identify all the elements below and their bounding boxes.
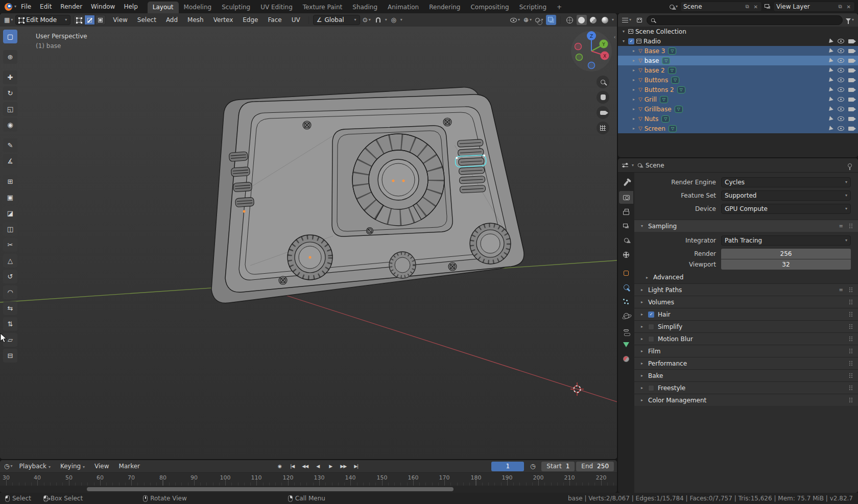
row-object-base3[interactable]: ▸ ▽ Base 3 ▽ bbox=[618, 46, 858, 56]
section-simplify[interactable]: ▸ Simplify bbox=[634, 320, 858, 332]
workspace-tab-animation[interactable]: Animation bbox=[383, 2, 424, 13]
visibility-toggle-icon[interactable] bbox=[838, 58, 844, 63]
proportional-edit-button[interactable]: ◎ bbox=[389, 15, 399, 25]
tab-view-layer[interactable] bbox=[619, 220, 633, 232]
menu-keying[interactable]: Keying ▾ bbox=[56, 461, 89, 471]
tab-constraints[interactable] bbox=[619, 324, 633, 337]
tab-modifiers[interactable] bbox=[619, 281, 633, 294]
edge-select-button[interactable] bbox=[84, 15, 95, 25]
tab-physics[interactable] bbox=[619, 309, 633, 322]
drag-handle-icon[interactable] bbox=[849, 361, 853, 366]
expand-icon[interactable]: ▾ bbox=[621, 29, 626, 34]
menu-playback[interactable]: Playback ▾ bbox=[15, 461, 55, 471]
tool-rip-region[interactable]: ⊟ bbox=[3, 349, 17, 363]
tool-spin[interactable]: ↺ bbox=[3, 270, 17, 283]
previous-keyframe-button[interactable]: ◀◀ bbox=[299, 462, 311, 471]
tool-cursor[interactable]: ⊕ bbox=[3, 50, 17, 64]
preview-range-button[interactable]: ◷ bbox=[528, 461, 538, 471]
render-toggle-icon[interactable] bbox=[848, 68, 854, 73]
menu-view[interactable]: View bbox=[109, 15, 131, 25]
selectable-toggle-icon[interactable] bbox=[829, 77, 834, 82]
row-object-nuts[interactable]: ▸ ▽ Nuts ▽ bbox=[618, 114, 858, 124]
menu-timeline-view[interactable]: View bbox=[90, 461, 113, 471]
hair-checkbox[interactable]: ✓ bbox=[648, 311, 654, 318]
visibility-toggle-icon[interactable] bbox=[838, 97, 844, 102]
section-film[interactable]: ▸ Film bbox=[634, 345, 858, 357]
row-object-base2[interactable]: ▸ ▽ base 2 ▽ bbox=[618, 65, 858, 75]
tab-world[interactable] bbox=[619, 248, 633, 261]
new-view-layer-button[interactable]: ⧉ bbox=[837, 4, 843, 10]
freestyle-checkbox[interactable] bbox=[648, 385, 654, 391]
view-layer-switch-icon[interactable] bbox=[765, 4, 769, 8]
expand-icon[interactable]: ▸ bbox=[631, 49, 636, 53]
visibility-toggle-icon[interactable] bbox=[838, 78, 844, 82]
expand-icon[interactable]: ▸ bbox=[631, 116, 636, 121]
editor-type-button[interactable]: ▦ ▾ bbox=[3, 15, 14, 25]
row-object-base[interactable]: ▸ ▽ base ▽ bbox=[618, 56, 858, 65]
section-hair[interactable]: ▸ ✓ Hair bbox=[634, 308, 858, 320]
row-collection-radio[interactable]: ▾ ✓ Radio bbox=[618, 36, 858, 46]
workspace-tab-sculpting[interactable]: Sculpting bbox=[217, 2, 255, 13]
row-object-buttons2[interactable]: ▸ ▽ Buttons 2 ▽ bbox=[618, 85, 858, 94]
tool-smooth[interactable]: ◠ bbox=[3, 285, 17, 299]
expand-icon[interactable]: ▸ bbox=[631, 107, 636, 111]
workspace-tab-rendering[interactable]: Rendering bbox=[424, 2, 465, 13]
frame-end-field[interactable]: End 250 bbox=[576, 462, 614, 471]
pan-button[interactable] bbox=[597, 91, 609, 104]
render-toggle-icon[interactable] bbox=[848, 117, 854, 121]
visibility-toggle-icon[interactable] bbox=[838, 49, 844, 53]
visibility-toggle-icon[interactable] bbox=[838, 68, 844, 73]
viewport-canvas[interactable]: User Perspective (1) base ▢ ⊕ ✚ ↻ ◱ ◉ ✎ … bbox=[0, 27, 617, 459]
zoom-button[interactable] bbox=[597, 76, 609, 88]
workspace-tab-layout[interactable]: Layout bbox=[148, 2, 179, 13]
face-select-button[interactable] bbox=[95, 15, 106, 25]
menu-select[interactable]: Select bbox=[133, 15, 160, 25]
tool-move[interactable]: ✚ bbox=[3, 70, 17, 84]
snap-toggle-button[interactable] bbox=[373, 15, 384, 25]
camera-view-button[interactable] bbox=[597, 106, 609, 119]
row-object-screen[interactable]: ▸ ▽ Screen ▽ bbox=[618, 124, 858, 133]
menu-vertex[interactable]: Vertex bbox=[209, 15, 237, 25]
scene-selector[interactable]: Scene ⧉ ✕ bbox=[680, 2, 762, 12]
drag-handle-icon[interactable] bbox=[849, 348, 853, 354]
menu-marker[interactable]: Marker bbox=[115, 461, 144, 471]
tool-edge-slide[interactable]: ⇆ bbox=[3, 301, 17, 315]
visibility-toggle-icon[interactable] bbox=[838, 39, 844, 43]
render-toggle-icon[interactable] bbox=[848, 49, 854, 53]
filter-button[interactable]: ▾ bbox=[845, 15, 855, 25]
workspace-tab-uv-editing[interactable]: UV Editing bbox=[255, 2, 298, 13]
render-toggle-icon[interactable] bbox=[848, 78, 854, 82]
shading-options-arrow-icon[interactable]: ▾ bbox=[612, 18, 614, 22]
tool-loop-cut[interactable]: ◫ bbox=[3, 222, 17, 236]
row-object-grill[interactable]: ▸ ▽ Grill ▽ bbox=[618, 94, 858, 104]
visibility-toggle-icon[interactable] bbox=[838, 87, 844, 92]
frame-start-field[interactable]: Start 1 bbox=[541, 462, 575, 471]
tab-particles[interactable] bbox=[619, 295, 633, 308]
play-reverse-button[interactable]: ◀ bbox=[312, 462, 323, 471]
collection-checkbox[interactable]: ✓ bbox=[628, 38, 634, 44]
section-sampling[interactable]: ▾ Sampling ≡ bbox=[634, 220, 858, 232]
render-toggle-icon[interactable] bbox=[848, 39, 854, 43]
section-performance[interactable]: ▸ Performance bbox=[634, 357, 858, 369]
workspace-tab-shading[interactable]: Shading bbox=[347, 2, 383, 13]
row-object-buttons[interactable]: ▸ ▽ Buttons ▽ bbox=[618, 75, 858, 85]
expand-icon[interactable]: ▸ bbox=[631, 58, 636, 63]
subsection-advanced[interactable]: ▸ Advanced bbox=[634, 271, 858, 283]
integrator-dropdown[interactable]: Path Tracing ▾ bbox=[721, 235, 851, 246]
tool-scale[interactable]: ◱ bbox=[3, 102, 17, 116]
new-scene-button[interactable]: ⧉ bbox=[744, 4, 750, 10]
section-color-management[interactable]: ▸ Color Management bbox=[634, 394, 858, 406]
simplify-checkbox[interactable] bbox=[648, 324, 654, 330]
snap-options-arrow-icon[interactable]: ▾ bbox=[385, 18, 387, 22]
add-workspace-button[interactable]: + bbox=[552, 2, 567, 13]
outliner-editor-type-button[interactable]: ▾ bbox=[621, 15, 632, 25]
presets-icon[interactable]: ≡ bbox=[839, 287, 843, 293]
expand-icon[interactable]: ▸ bbox=[631, 68, 636, 73]
section-light-paths[interactable]: ▸ Light Paths ≡ bbox=[634, 283, 858, 296]
menu-window[interactable]: Window bbox=[87, 2, 119, 12]
blender-logo-icon[interactable] bbox=[5, 3, 12, 11]
render-toggle-icon[interactable] bbox=[848, 59, 854, 63]
expand-icon[interactable]: ▾ bbox=[621, 39, 626, 43]
shading-solid-button[interactable] bbox=[577, 15, 587, 25]
drag-handle-icon[interactable] bbox=[849, 299, 853, 305]
